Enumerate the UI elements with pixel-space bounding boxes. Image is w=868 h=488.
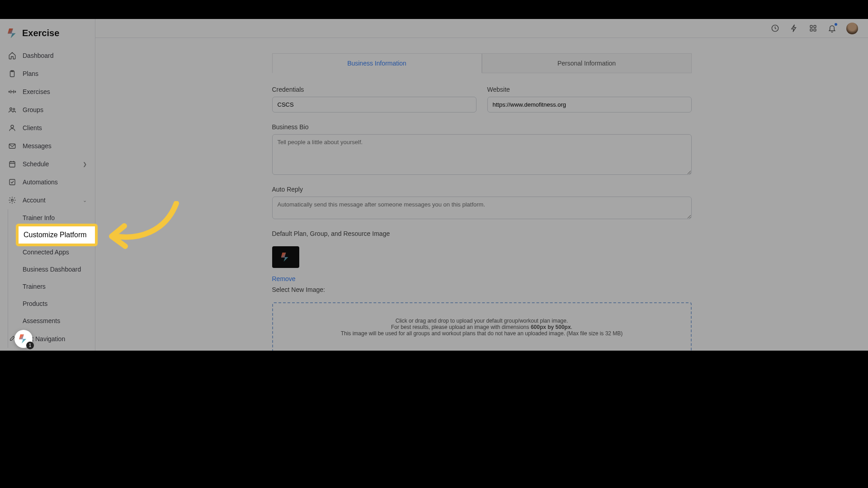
svg-rect-6	[9, 179, 15, 185]
subnav-products[interactable]: Products	[19, 295, 95, 312]
brand-name: Exercise	[22, 28, 59, 38]
tab-personal[interactable]: Personal Information	[482, 53, 692, 73]
drop-line-2c: .	[571, 324, 572, 330]
drop-line-2b: 600px by 500px	[531, 324, 571, 330]
subnav-assessments[interactable]: Assessments	[19, 312, 95, 329]
svg-rect-4	[9, 144, 15, 149]
avatar[interactable]	[846, 23, 858, 34]
remove-image-link[interactable]: Remove	[272, 275, 692, 282]
subnav-label: Connected Apps	[23, 249, 69, 256]
sidebar-item-groups[interactable]: Groups	[5, 101, 90, 119]
drop-line-1: Click or drag and drop to upload your de…	[282, 318, 682, 324]
tab-business[interactable]: Business Information	[272, 53, 482, 73]
sidebar-item-exercises[interactable]: Exercises	[5, 83, 90, 101]
sidebar-item-label: Groups	[23, 106, 43, 113]
dumbbell-icon	[8, 88, 16, 96]
badge-count: 1	[26, 342, 34, 349]
credentials-input[interactable]	[272, 97, 476, 113]
thumb-logo-icon	[281, 253, 290, 262]
tabs: Business Information Personal Informatio…	[272, 53, 692, 73]
tab-label: Personal Information	[557, 60, 616, 67]
topbar	[95, 19, 868, 38]
svg-point-7	[11, 199, 14, 202]
sidebar-item-schedule[interactable]: Schedule ❯	[5, 155, 90, 173]
bio-textarea[interactable]	[272, 134, 692, 175]
sidebar-item-automations[interactable]: Automations	[5, 173, 90, 191]
bell-icon[interactable]	[827, 24, 836, 33]
bolt-icon[interactable]	[789, 24, 798, 33]
help-badge[interactable]: 1	[14, 330, 33, 348]
default-image-label: Default Plan, Group, and Resource Image	[272, 230, 692, 237]
upload-dropzone[interactable]: Click or drag and drop to upload your de…	[272, 302, 692, 351]
clock-icon[interactable]	[770, 24, 779, 33]
svg-rect-10	[814, 25, 816, 28]
bio-label: Business Bio	[272, 123, 692, 131]
website-label: Website	[487, 86, 692, 93]
sidebar-item-account[interactable]: Account ⌄	[5, 191, 90, 209]
default-image-thumb	[272, 246, 299, 268]
sidebar-item-label: Schedule	[23, 160, 49, 168]
sidebar-item-label: Clients	[23, 124, 42, 131]
subnav-business-dashboard[interactable]: Business Dashboard	[19, 261, 95, 278]
drop-line-2a: For best results, please upload an image…	[391, 324, 531, 330]
account-subnav: Trainer Info Customize Platform Connecte…	[8, 209, 95, 348]
subnav-label: Assessments	[23, 317, 60, 324]
sidebar-item-plans[interactable]: Plans	[5, 65, 90, 83]
gear-icon	[8, 196, 16, 204]
chevron-down-icon: ⌄	[83, 197, 87, 203]
subnav-label: Products	[23, 300, 47, 307]
group-icon	[8, 106, 16, 114]
field-default-image: Default Plan, Group, and Resource Image …	[272, 230, 692, 351]
sidebar-item-label: Messages	[23, 142, 52, 150]
sidebar-item-label: Account	[23, 197, 46, 204]
sidebar: Exercise Dashboard Plans Exercises Group…	[0, 19, 95, 351]
svg-point-1	[10, 108, 12, 110]
sidebar-item-messages[interactable]: Messages	[5, 137, 90, 155]
content: Business Information Personal Informatio…	[95, 38, 868, 351]
svg-rect-11	[810, 29, 812, 31]
website-input[interactable]	[487, 97, 692, 113]
svg-rect-12	[814, 29, 816, 31]
credentials-label: Credentials	[272, 86, 476, 93]
chevron-right-icon: ❯	[83, 161, 87, 167]
auto-reply-label: Auto Reply	[272, 186, 692, 193]
primary-nav: Dashboard Plans Exercises Groups Clients…	[0, 47, 95, 209]
main-region: Business Information Personal Informatio…	[95, 19, 868, 351]
field-website: Website	[487, 86, 692, 113]
drop-line-3: This image will be used for all groups a…	[282, 330, 682, 337]
brand: Exercise	[0, 22, 95, 47]
svg-point-2	[13, 108, 15, 110]
drop-line-2: For best results, please upload an image…	[282, 324, 682, 330]
sidebar-item-label: Automations	[23, 178, 58, 186]
apps-icon[interactable]	[808, 24, 817, 33]
svg-rect-9	[810, 25, 812, 28]
subnav-customize-platform[interactable]: Customize Platform	[19, 226, 95, 244]
field-bio: Business Bio	[272, 123, 692, 175]
select-new-label: Select New Image:	[272, 286, 692, 293]
calendar-icon	[8, 160, 16, 168]
tab-label: Business Information	[347, 60, 406, 67]
sidebar-item-label: Plans	[23, 70, 38, 77]
subnav-label: Customize Platform	[24, 231, 87, 239]
check-square-icon	[8, 178, 16, 186]
field-credentials: Credentials	[272, 86, 476, 113]
auto-reply-textarea[interactable]	[272, 197, 692, 219]
envelope-icon	[8, 142, 16, 150]
sidebar-item-label: Exercises	[23, 88, 50, 95]
svg-rect-5	[9, 162, 15, 167]
home-icon	[8, 52, 16, 60]
clipboard-icon	[8, 70, 16, 78]
person-icon	[8, 124, 16, 132]
sidebar-item-label: Dashboard	[23, 52, 54, 59]
sidebar-item-dashboard[interactable]: Dashboard	[5, 47, 90, 65]
brand-logo-icon	[8, 28, 18, 38]
badge-logo-icon	[19, 334, 28, 343]
subnav-label: Business Dashboard	[23, 266, 81, 273]
sidebar-item-clients[interactable]: Clients	[5, 119, 90, 137]
subnav-label: Trainer Info	[23, 214, 55, 221]
field-auto-reply: Auto Reply	[272, 186, 692, 219]
svg-point-3	[11, 125, 14, 128]
subnav-trainers[interactable]: Trainers	[19, 278, 95, 295]
subnav-label: Trainers	[23, 283, 46, 290]
